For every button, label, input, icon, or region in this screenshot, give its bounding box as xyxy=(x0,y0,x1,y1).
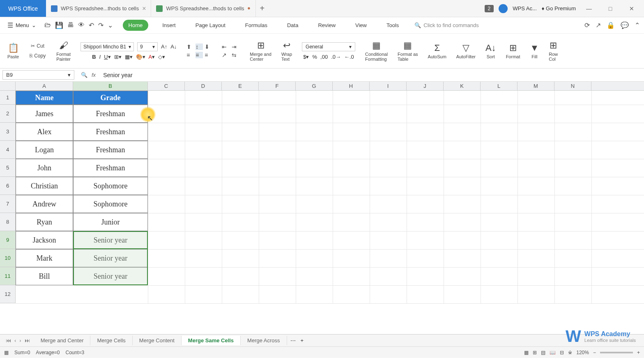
table-cell[interactable]: Freshman xyxy=(73,159,148,177)
share-icon[interactable]: ↗ xyxy=(596,21,601,29)
percent-icon[interactable]: % xyxy=(313,54,317,60)
format-as-table-button[interactable]: ▦ Format as Table xyxy=(398,40,418,62)
sheet-tab[interactable]: Merge Same Cells xyxy=(182,336,241,345)
font-size-select[interactable]: 9▾ xyxy=(137,42,158,51)
column-header[interactable]: E xyxy=(222,82,259,90)
column-header[interactable]: I xyxy=(370,82,407,90)
column-header[interactable]: K xyxy=(444,82,481,90)
chevron-down-icon[interactable]: ⌄ xyxy=(108,21,113,29)
sheet-tab[interactable]: Merge Cells xyxy=(90,336,132,345)
column-header[interactable]: C xyxy=(148,82,185,90)
table-cell[interactable]: Freshman xyxy=(73,141,148,159)
go-premium-button[interactable]: ♦ Go Premium xyxy=(542,5,576,11)
row-header[interactable]: 10 xyxy=(0,249,16,267)
table-cell[interactable]: Bill xyxy=(16,267,73,285)
increase-font-icon[interactable]: A↑ xyxy=(161,44,167,50)
paste-button[interactable]: 📋 Paste xyxy=(7,43,19,59)
new-tab-button[interactable]: + xyxy=(260,4,265,13)
table-cell[interactable]: Jackson xyxy=(16,231,73,249)
conditional-formatting-button[interactable]: ▦ Conditional Formatting xyxy=(365,40,388,62)
table-cell[interactable]: Alex xyxy=(16,123,73,141)
table-cell[interactable]: Senior year xyxy=(73,249,148,267)
column-header[interactable]: F xyxy=(259,82,296,90)
copy-button[interactable]: ⎘Copy xyxy=(29,52,46,60)
sheet-menu-icon[interactable]: ⋯ xyxy=(290,337,296,344)
cut-button[interactable]: ✂Cut xyxy=(30,42,45,50)
row-header[interactable]: 7 xyxy=(0,195,16,213)
column-header[interactable]: B xyxy=(73,82,148,90)
split-icon[interactable]: ⊟ xyxy=(560,350,564,355)
select-all-corner[interactable] xyxy=(0,82,16,90)
lock-icon[interactable]: 🔒 xyxy=(607,21,615,29)
font-color-button[interactable]: A▾ xyxy=(149,54,155,60)
first-sheet-icon[interactable]: ⏮ xyxy=(6,337,11,344)
document-tab-2[interactable]: WPS Spreadshee...thods to cells • xyxy=(151,0,255,17)
bold-button[interactable]: B xyxy=(92,54,96,60)
row-header[interactable]: 12 xyxy=(0,285,16,303)
zoom-icon[interactable]: 🔍 xyxy=(81,72,87,78)
italic-button[interactable]: I xyxy=(99,54,101,60)
view-break-icon[interactable]: ▤ xyxy=(541,350,545,355)
column-header[interactable]: L xyxy=(481,82,518,90)
close-button[interactable]: ✕ xyxy=(623,5,640,12)
row-header[interactable]: 9 xyxy=(0,231,16,249)
autofilter-button[interactable]: ▽ AutoFilter xyxy=(456,43,476,59)
decrease-font-icon[interactable]: A↓ xyxy=(170,44,177,50)
align-center-icon[interactable]: ≡ xyxy=(196,52,203,58)
row-header[interactable]: 1 xyxy=(0,91,16,105)
column-header[interactable]: G xyxy=(296,82,333,90)
align-left-icon[interactable]: ≡ xyxy=(186,52,194,58)
tab-formulas[interactable]: Formulas xyxy=(239,20,273,31)
row-header[interactable]: 5 xyxy=(0,159,16,177)
last-sheet-icon[interactable]: ⏭ xyxy=(25,337,30,344)
sheet-tab[interactable]: Merge Content xyxy=(133,336,182,345)
table-cell[interactable]: Andrew xyxy=(16,195,73,213)
align-bottom-icon[interactable]: ⬇ xyxy=(205,44,212,50)
row-header[interactable]: 6 xyxy=(0,177,16,195)
undo-icon[interactable]: ↶ xyxy=(89,21,94,29)
table-cell[interactable]: Mark xyxy=(16,249,73,267)
currency-icon[interactable]: $▾ xyxy=(303,54,309,60)
clear-format-icon[interactable]: ◇▾ xyxy=(158,54,165,60)
table-cell[interactable]: Junior xyxy=(73,213,148,231)
document-tab-1[interactable]: WPS Spreadshee...thods to cells × xyxy=(46,0,151,17)
tab-tools[interactable]: Tools xyxy=(381,20,405,31)
number-format-select[interactable]: General▾ xyxy=(302,42,355,51)
table-cell[interactable]: Freshman xyxy=(73,105,148,123)
tab-review[interactable]: Review xyxy=(312,20,341,31)
comma-icon[interactable]: ,00 xyxy=(320,54,328,60)
user-name[interactable]: WPS Ac... xyxy=(513,5,537,11)
table-cell[interactable]: Logan xyxy=(16,141,73,159)
command-search[interactable]: 🔍 Click to find commands xyxy=(414,22,478,28)
align-middle-icon[interactable]: ↕ xyxy=(196,44,203,50)
table-cell[interactable]: Ryan xyxy=(16,213,73,231)
sync-icon[interactable]: ⟳ xyxy=(584,21,590,29)
row-header[interactable]: 8 xyxy=(0,213,16,231)
print-icon[interactable]: 🖶 xyxy=(67,21,74,29)
format-button[interactable]: ⊞ Format xyxy=(506,43,520,59)
name-box[interactable]: B9 ▾ xyxy=(2,70,74,80)
indent-left-icon[interactable]: ⇤ xyxy=(222,44,230,50)
notification-badge[interactable]: 2 xyxy=(485,5,494,12)
table-cell[interactable]: James xyxy=(16,105,73,123)
column-header[interactable]: A xyxy=(16,82,73,90)
increase-decimal-icon[interactable]: .0→ xyxy=(331,54,341,60)
font-select[interactable]: Shippori Mincho B1▾ xyxy=(80,42,134,51)
prev-sheet-icon[interactable]: ‹ xyxy=(14,337,16,344)
sheet-tab[interactable]: Merge Across xyxy=(241,336,287,345)
row-header[interactable]: 4 xyxy=(0,141,16,159)
table-header-cell[interactable]: Name xyxy=(16,91,73,105)
zoom-level[interactable]: 120% xyxy=(576,350,589,355)
tab-page-layout[interactable]: Page Layout xyxy=(190,20,231,31)
orientation-icon[interactable]: ↗ xyxy=(222,52,230,58)
decrease-decimal-icon[interactable]: ←.0 xyxy=(344,54,354,60)
spreadsheet-grid[interactable]: ABCDEFGHIJKLMN 123456789101112 NameGrade… xyxy=(0,82,644,334)
table-cell[interactable]: Sophomore xyxy=(73,195,148,213)
table-cell[interactable]: Freshman xyxy=(73,123,148,141)
save-icon[interactable]: 💾 xyxy=(55,21,63,29)
table-cell[interactable]: John xyxy=(16,159,73,177)
row-col-button[interactable]: ⊞ Row Col xyxy=(549,40,558,62)
sheet-tab[interactable]: Merge and Center xyxy=(34,336,91,345)
fx-icon[interactable]: fx xyxy=(92,72,96,78)
table-cell[interactable]: Senior year xyxy=(73,231,148,249)
